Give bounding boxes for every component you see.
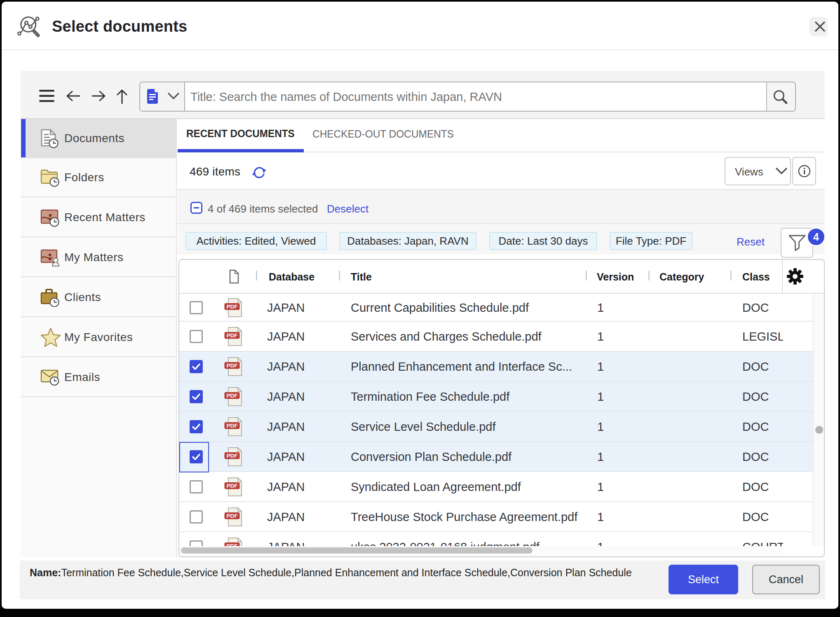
svg-text:PDF: PDF [227,483,238,489]
svg-text:PDF: PDF [227,304,238,310]
svg-text:PDF: PDF [227,393,238,399]
svg-text:PDF: PDF [227,362,238,369]
svg-text:PDF: PDF [227,332,238,339]
svg-text:PDF: PDF [227,423,238,429]
svg-text:PDF: PDF [227,543,238,547]
svg-text:PDF: PDF [227,513,238,519]
svg-text:PDF: PDF [227,453,238,459]
